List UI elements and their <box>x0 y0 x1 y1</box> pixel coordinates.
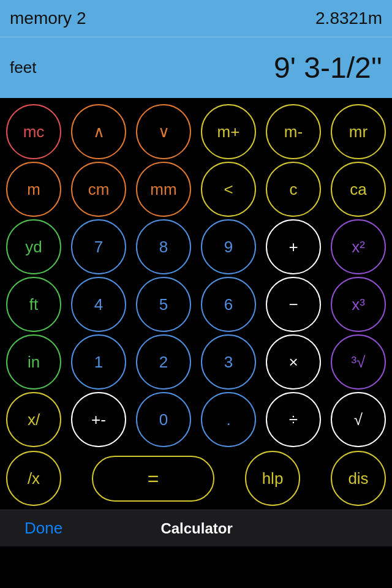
btn-mr[interactable]: mr <box>331 104 386 159</box>
btn-inverse-x[interactable]: /x <box>6 451 61 506</box>
button-row-0: mc∧∨m+m-mr <box>6 104 386 159</box>
btn-_[interactable]: × <box>266 334 321 390</box>
btn-x_[interactable]: x² <box>331 219 386 274</box>
btn-x_[interactable]: x³ <box>331 277 386 332</box>
btn-_[interactable]: ∨ <box>136 104 191 159</box>
btn-equals[interactable]: = <box>92 456 214 502</box>
btn-hlp[interactable]: hlp <box>245 451 300 506</box>
btn-6[interactable]: 6 <box>201 277 256 332</box>
btn-0[interactable]: 0 <box>136 392 191 447</box>
btn-2[interactable]: 2 <box>136 334 191 390</box>
btn-mm[interactable]: mm <box>136 162 191 217</box>
btn-cm[interactable]: cm <box>71 162 126 217</box>
btn-_[interactable]: ÷ <box>266 392 321 447</box>
btn-m_[interactable]: m+ <box>201 104 256 159</box>
btn-_[interactable]: < <box>201 162 256 217</box>
button-row-5: x/+-0.÷√ <box>6 392 386 447</box>
btn-9[interactable]: 9 <box>201 219 256 274</box>
btn-4[interactable]: 4 <box>71 277 126 332</box>
calc-body: mc∧∨m+m-mrmcmmm<ccayd789+x²ft456−x³in123… <box>0 98 392 510</box>
btn-c[interactable]: c <box>266 162 321 217</box>
memory-value: 2.8321m <box>315 9 382 28</box>
memory-label: memory 2 <box>10 9 86 28</box>
btn-_[interactable]: ∧ <box>71 104 126 159</box>
btn-7[interactable]: 7 <box>71 219 126 274</box>
display-bar: feet 9' 3-1/2'' <box>0 37 392 98</box>
btn-_[interactable]: + <box>266 219 321 274</box>
btn-in[interactable]: in <box>6 334 61 390</box>
status-bar: memory 2 2.8321m <box>0 0 392 37</box>
button-row-1: mcmmm<cca <box>6 162 386 217</box>
btn-_[interactable]: √ <box>331 392 386 447</box>
btn-_[interactable]: − <box>266 277 321 332</box>
button-row-2: yd789+x² <box>6 219 386 274</box>
btn-yd[interactable]: yd <box>6 219 61 274</box>
done-button[interactable]: Done <box>24 519 62 538</box>
btn-ft[interactable]: ft <box>6 277 61 332</box>
btn-8[interactable]: 8 <box>136 219 191 274</box>
bottom-bar: Done Calculator <box>0 510 392 546</box>
btn-__[interactable]: +- <box>71 392 126 447</box>
btn-__[interactable]: ³√ <box>331 334 386 390</box>
btn-_[interactable]: . <box>201 392 256 447</box>
last-button-row: /x=hlpdis <box>6 451 386 506</box>
btn-x_[interactable]: x/ <box>6 392 61 447</box>
btn-ca[interactable]: ca <box>331 162 386 217</box>
btn-m[interactable]: m <box>6 162 61 217</box>
btn-1[interactable]: 1 <box>71 334 126 390</box>
btn-3[interactable]: 3 <box>201 334 256 390</box>
btn-m_[interactable]: m- <box>266 104 321 159</box>
button-row-4: in123×³√ <box>6 334 386 390</box>
display-value: 9' 3-1/2'' <box>274 51 382 85</box>
bottom-title: Calculator <box>160 520 232 537</box>
btn-dis[interactable]: dis <box>331 451 386 506</box>
btn-5[interactable]: 5 <box>136 277 191 332</box>
button-row-3: ft456−x³ <box>6 277 386 332</box>
btn-mc[interactable]: mc <box>6 104 61 159</box>
display-unit: feet <box>10 58 36 77</box>
